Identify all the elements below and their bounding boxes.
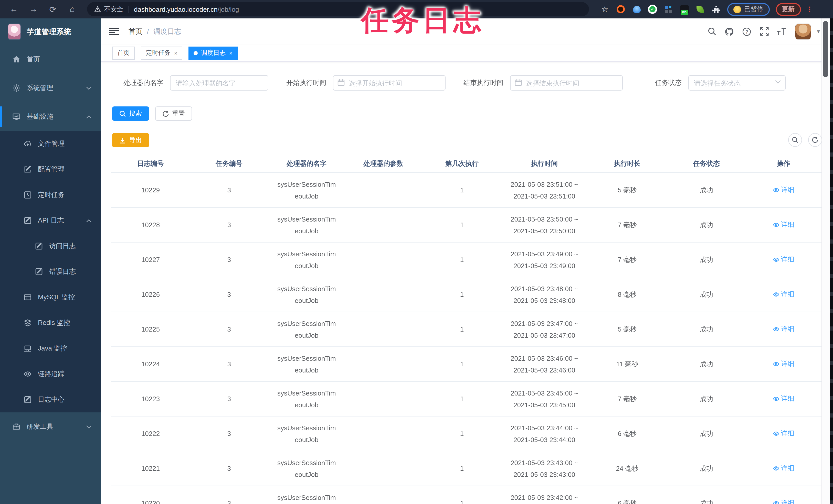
extension-on-icon[interactable]: on: [679, 4, 689, 14]
task-status-input[interactable]: [688, 75, 786, 91]
chevron-down-icon[interactable]: ▼: [816, 29, 821, 34]
cell-retry-count: 1: [422, 381, 502, 416]
detail-link[interactable]: 详细: [773, 255, 794, 264]
table-row: 102263sysUserSessionTimeoutJob12021-05-0…: [111, 277, 822, 312]
eye-icon: [773, 291, 780, 298]
extension-leaf-icon[interactable]: [695, 4, 705, 14]
show-search-icon[interactable]: [788, 133, 802, 147]
handler-name-input[interactable]: [170, 75, 268, 91]
tab-定时任务[interactable]: 定时任务×: [141, 46, 183, 59]
cell-actions: 详细: [745, 347, 822, 381]
help-icon[interactable]: ?: [740, 25, 753, 38]
sidebar-item-config-management[interactable]: 配置管理: [0, 157, 101, 182]
cell-actions: 详细: [745, 451, 822, 486]
detail-link[interactable]: 详细: [773, 464, 794, 473]
detail-link[interactable]: 详细: [773, 499, 794, 504]
sidebar-item-system-management[interactable]: 系统管理: [0, 74, 101, 102]
table-tools: [782, 133, 822, 147]
paused-badge[interactable]: 已暂停: [727, 3, 769, 16]
sidebar-item-log-center[interactable]: 日志中心: [0, 387, 101, 412]
sidebar-item-java-monitor[interactable]: Java 监控: [0, 336, 101, 361]
sidebar-item-label: 研发工具: [27, 422, 53, 431]
detail-link[interactable]: 详细: [773, 325, 794, 334]
export-button[interactable]: 导出: [112, 133, 149, 147]
cell-duration: 5 毫秒: [587, 312, 668, 347]
cell-exec-time: 2021-05-03 23:45:00 ~2021-05-03 23:45:00: [502, 381, 587, 416]
search-icon: [119, 110, 126, 117]
calendar-icon: [337, 79, 345, 86]
browser-forward-icon[interactable]: →: [26, 3, 41, 16]
table-toolbar: 导出: [112, 133, 833, 147]
tab-首页[interactable]: 首页: [112, 46, 135, 59]
github-icon[interactable]: [723, 25, 736, 38]
chevron-down-icon: [86, 425, 92, 429]
sidebar-item-file-management[interactable]: 文件管理: [0, 131, 101, 157]
bookmark-star-icon[interactable]: ☆: [600, 4, 610, 14]
extension-grid-icon[interactable]: [663, 4, 673, 14]
cell-actions: 详细: [745, 486, 822, 504]
user-avatar[interactable]: [795, 24, 811, 39]
cell-actions: 详细: [745, 381, 822, 416]
cell-handler-name: sysUserSessionTimeoutJob: [268, 347, 345, 381]
browser-menu-icon[interactable]: ⋮: [806, 5, 813, 13]
refresh-table-icon[interactable]: [808, 133, 822, 147]
sidebar-item-error-log[interactable]: 错误日志: [0, 259, 101, 284]
column-header: 执行时间: [502, 154, 587, 173]
cell-exec-time: 2021-05-03 23:46:00 ~2021-05-03 23:46:00: [502, 347, 587, 381]
cell-duration: 24 毫秒: [587, 451, 668, 486]
detail-link[interactable]: 详细: [773, 220, 794, 229]
browser-back-icon[interactable]: ←: [6, 3, 22, 16]
cell-handler-param: [345, 242, 422, 277]
browser-home-icon[interactable]: ⌂: [65, 3, 80, 16]
search-button[interactable]: 搜索: [112, 106, 149, 121]
table-row: 102233sysUserSessionTimeoutJob12021-05-0…: [111, 381, 822, 416]
sidebar-item-access-log[interactable]: 访问日志: [0, 233, 101, 259]
sidebar-item-scheduled-tasks[interactable]: 定时任务: [0, 182, 101, 208]
app-logo[interactable]: 芋道管理系统: [0, 19, 101, 45]
sidebar-item-home[interactable]: 首页: [0, 45, 101, 74]
detail-link[interactable]: 详细: [773, 394, 794, 403]
log-table: 日志编号任务编号处理器的名字处理器的参数第几次执行执行时间执行时长任务状态操作 …: [111, 154, 822, 504]
browser-reload-icon[interactable]: ⟳: [45, 3, 61, 16]
sidebar-item-infrastructure[interactable]: 基础设施: [0, 102, 101, 131]
extension-blue-drop-icon[interactable]: [632, 4, 642, 14]
sidebar-item-dev-tools[interactable]: 研发工具: [0, 412, 101, 441]
close-icon[interactable]: ×: [229, 50, 233, 56]
close-icon[interactable]: ×: [174, 50, 177, 56]
cell-log-id: 10225: [111, 312, 190, 347]
detail-link[interactable]: 详细: [773, 429, 794, 438]
chevron-down-icon: [775, 80, 781, 84]
cell-handler-name: sysUserSessionTimeoutJob: [268, 277, 345, 312]
sidebar-item-trace[interactable]: 链路追踪: [0, 361, 101, 387]
reset-button[interactable]: 重置: [155, 106, 192, 121]
detail-link[interactable]: 详细: [773, 359, 794, 369]
insecure-warning-icon: [94, 6, 101, 12]
end-time-input[interactable]: [510, 75, 623, 91]
sidebar-item-mysql-monitor[interactable]: MySQL 监控: [0, 284, 101, 310]
update-badge[interactable]: 更新: [776, 3, 801, 16]
page-scrollbar[interactable]: [822, 19, 830, 504]
sidebar-item-api-log[interactable]: API 日志: [0, 208, 101, 233]
sidebar-item-redis-monitor[interactable]: Redis 监控: [0, 310, 101, 336]
extension-green-check-icon[interactable]: ✓: [647, 4, 658, 14]
extensions-puzzle-icon[interactable]: [711, 4, 721, 14]
sidebar-item-label: 基础设施: [27, 112, 53, 121]
table-row: 102213sysUserSessionTimeoutJob12021-05-0…: [111, 451, 822, 486]
sidebar-item-label: MySQL 监控: [38, 293, 75, 302]
detail-link[interactable]: 详细: [773, 185, 794, 195]
hamburger-icon[interactable]: [109, 27, 119, 35]
start-time-input[interactable]: [333, 75, 446, 91]
security-label[interactable]: 不安全: [104, 5, 123, 14]
tab-调度日志[interactable]: 调度日志×: [189, 46, 238, 59]
reset-button-label: 重置: [172, 109, 185, 118]
fullscreen-icon[interactable]: [758, 25, 771, 38]
detail-link[interactable]: 详细: [773, 290, 794, 299]
scrollbar-thumb[interactable]: [823, 21, 828, 77]
font-size-icon[interactable]: [775, 25, 788, 38]
breadcrumb-home[interactable]: 首页: [128, 27, 142, 36]
address-bar[interactable]: 不安全 dashboard.yudao.iocoder.cn /job/log: [87, 2, 589, 16]
cell-actions: 详细: [745, 207, 822, 242]
header-search-icon[interactable]: [705, 25, 718, 38]
extension-orange-icon[interactable]: [616, 4, 626, 14]
cell-log-id: 10229: [111, 173, 190, 207]
